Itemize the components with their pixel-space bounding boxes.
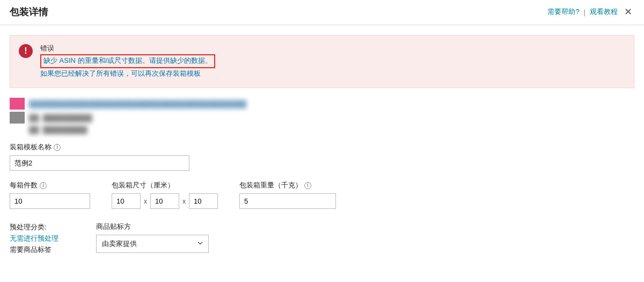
weight-input[interactable] bbox=[239, 193, 336, 209]
labeling-group: 商品贴标方 由卖家提供 bbox=[96, 222, 209, 255]
weight-label: 包装箱重量（千克） i bbox=[239, 180, 336, 190]
units-label-text: 每箱件数 bbox=[10, 180, 38, 190]
help-link[interactable]: 需要帮助? bbox=[547, 7, 579, 17]
template-name-group: 装箱模板名称 i bbox=[10, 142, 634, 171]
dim-sep: x bbox=[144, 198, 147, 205]
info-icon[interactable]: i bbox=[304, 182, 311, 189]
page-title: 包装详情 bbox=[10, 5, 48, 18]
units-label: 每箱件数 i bbox=[10, 180, 90, 190]
units-input[interactable] bbox=[10, 193, 90, 209]
prep-category-label: 预处理分类: bbox=[10, 222, 58, 233]
prep-info: 预处理分类: 无需进行预处理 需要商品标签 bbox=[10, 222, 58, 255]
product-meta-redacted: ██: ██████████ bbox=[29, 114, 92, 122]
modal-header: 包装详情 需要帮助? | 观看教程 ✕ bbox=[0, 0, 644, 25]
error-alert: ! 错误 缺少 ASIN 的重量和/或尺寸数据。请提供缺少的数据。 如果您已经解… bbox=[10, 35, 634, 88]
error-highlight: 缺少 ASIN 的重量和/或尺寸数据。请提供缺少的数据。 bbox=[40, 54, 215, 68]
prep-labeling-row: 预处理分类: 无需进行预处理 需要商品标签 商品贴标方 由卖家提供 bbox=[10, 222, 634, 255]
dim-width-input[interactable] bbox=[150, 193, 179, 209]
box-dimensions-group: 包装箱尺寸（厘米） x x bbox=[112, 180, 218, 209]
info-icon[interactable]: i bbox=[54, 144, 61, 151]
dim-height-input[interactable] bbox=[189, 193, 218, 209]
header-actions: 需要帮助? | 观看教程 ✕ bbox=[547, 6, 634, 18]
labeling-selected: 由卖家提供 bbox=[102, 239, 137, 249]
template-name-label-text: 装箱模板名称 bbox=[10, 142, 52, 152]
product-summary: ████████████████████████████████████████… bbox=[10, 98, 634, 134]
template-name-input[interactable] bbox=[10, 155, 189, 171]
prep-category-value[interactable]: 无需进行预处理 bbox=[10, 233, 58, 244]
template-name-label: 装箱模板名称 i bbox=[10, 142, 634, 152]
dimensions-inputs: x x bbox=[112, 193, 218, 209]
dim-sep: x bbox=[182, 198, 186, 205]
info-icon[interactable]: i bbox=[40, 182, 47, 189]
alert-title: 错误 bbox=[40, 43, 215, 54]
product-meta2-redacted: ██: █████████ bbox=[29, 126, 87, 134]
product-swatch bbox=[10, 98, 25, 110]
dim-length-input[interactable] bbox=[112, 193, 141, 209]
weight-label-text: 包装箱重量（千克） bbox=[239, 180, 302, 190]
product-swatch-secondary bbox=[10, 112, 25, 124]
prep-label-needed: 需要商品标签 bbox=[10, 244, 58, 256]
alert-resolved-hint[interactable]: 如果您已经解决了所有错误，可以再次保存装箱模板 bbox=[40, 68, 215, 79]
dimensions-label: 包装箱尺寸（厘米） bbox=[112, 180, 218, 190]
box-fields-row: 每箱件数 i 包装箱尺寸（厘米） x x 包装箱重量（千克） i bbox=[10, 180, 634, 209]
modal-content: ! 错误 缺少 ASIN 的重量和/或尺寸数据。请提供缺少的数据。 如果您已经解… bbox=[0, 25, 644, 272]
units-per-box-group: 每箱件数 i bbox=[10, 180, 90, 209]
alert-body: 错误 缺少 ASIN 的重量和/或尺寸数据。请提供缺少的数据。 如果您已经解决了… bbox=[40, 43, 215, 79]
close-icon[interactable]: ✕ bbox=[622, 6, 634, 18]
tutorial-link[interactable]: 观看教程 bbox=[590, 7, 618, 17]
product-title-redacted: ████████████████████████████████████████… bbox=[29, 100, 246, 108]
error-detail-link[interactable]: 缺少 ASIN 的重量和/或尺寸数据。请提供缺少的数据。 bbox=[43, 56, 212, 64]
box-weight-group: 包装箱重量（千克） i bbox=[239, 180, 336, 209]
error-icon: ! bbox=[19, 44, 33, 58]
divider: | bbox=[584, 8, 586, 16]
labeling-select-wrap: 由卖家提供 bbox=[96, 235, 209, 253]
labeling-label: 商品贴标方 bbox=[96, 222, 209, 232]
labeling-select[interactable]: 由卖家提供 bbox=[96, 235, 209, 253]
